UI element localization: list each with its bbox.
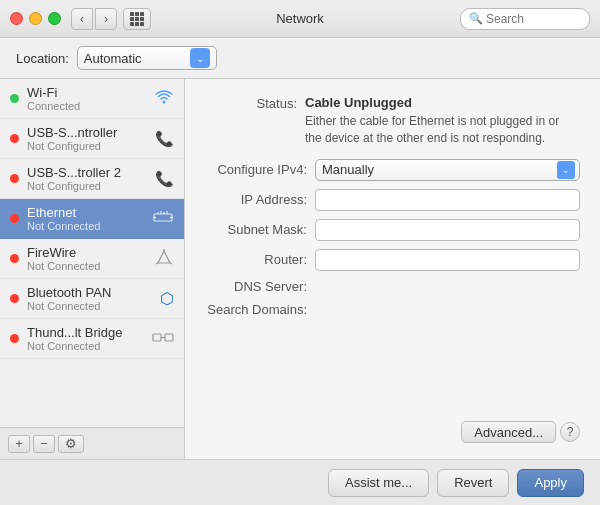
status-dot-ethernet xyxy=(10,214,19,223)
dns-row: DNS Server: xyxy=(205,279,580,294)
item-name-firewire: FireWire xyxy=(27,245,150,260)
remove-network-button[interactable]: − xyxy=(33,435,55,453)
status-desc: Either the cable for Ethernet is not plu… xyxy=(305,113,565,147)
forward-button[interactable]: › xyxy=(95,8,117,30)
search-box[interactable]: 🔍 xyxy=(460,8,590,30)
item-name-usb2: USB-S...troller 2 xyxy=(27,165,151,180)
ip-input[interactable] xyxy=(315,189,580,211)
svg-line-12 xyxy=(170,263,172,264)
settings-button[interactable]: ⚙ xyxy=(58,435,84,453)
item-status-wifi: Connected xyxy=(27,100,150,112)
sidebar-list: Wi-Fi Connected USB-S...nt xyxy=(0,79,184,427)
assist-button[interactable]: Assist me... xyxy=(328,469,429,497)
item-name-usb1: USB-S...ntroller xyxy=(27,125,151,140)
bluetooth-icon: ⬡ xyxy=(160,289,174,308)
configure-dropdown-arrow: ⌄ xyxy=(557,161,575,179)
sidebar-item-ethernet[interactable]: Ethernet Not Connected xyxy=(0,199,184,239)
apply-button[interactable]: Apply xyxy=(517,469,584,497)
search-domains-row: Search Domains: xyxy=(205,302,580,317)
search-input[interactable] xyxy=(486,12,581,26)
search-icon: 🔍 xyxy=(469,12,483,25)
dns-label: DNS Server: xyxy=(205,279,315,294)
item-name-wifi: Wi-Fi xyxy=(27,85,150,100)
ethernet-icon xyxy=(152,209,174,229)
router-row: Router: xyxy=(205,249,580,271)
status-row: Status: Cable Unplugged Either the cable… xyxy=(205,95,580,147)
thunderbolt-icon xyxy=(152,329,174,349)
configure-row: Configure IPv4: Manually ⌄ xyxy=(205,159,580,181)
item-name-thunderbolt: Thund...lt Bridge xyxy=(27,325,148,340)
close-button[interactable] xyxy=(10,12,23,25)
item-status-firewire: Not Connected xyxy=(27,260,150,272)
router-input[interactable] xyxy=(315,249,580,271)
back-button[interactable]: ‹ xyxy=(71,8,93,30)
location-label: Location: xyxy=(16,51,69,66)
status-dot-usb2 xyxy=(10,174,19,183)
svg-rect-1 xyxy=(154,214,172,221)
revert-button[interactable]: Revert xyxy=(437,469,509,497)
status-dot-bluetooth xyxy=(10,294,19,303)
help-button[interactable]: ? xyxy=(560,422,580,442)
detail-actions: Advanced... ? xyxy=(205,421,580,443)
item-name-bluetooth: Bluetooth PAN xyxy=(27,285,156,300)
subnet-input[interactable] xyxy=(315,219,580,241)
item-status-usb1: Not Configured xyxy=(27,140,151,152)
minimize-button[interactable] xyxy=(29,12,42,25)
svg-marker-10 xyxy=(158,251,170,263)
svg-point-0 xyxy=(163,100,166,103)
location-select[interactable]: Automatic ⌄ xyxy=(77,46,217,70)
svg-rect-16 xyxy=(165,334,173,341)
search-domains-label: Search Domains: xyxy=(205,302,315,317)
location-value: Automatic xyxy=(84,51,186,66)
svg-rect-14 xyxy=(153,334,161,341)
status-dot-thunderbolt xyxy=(10,334,19,343)
traffic-lights xyxy=(10,12,61,25)
location-dropdown-arrow: ⌄ xyxy=(190,48,210,68)
item-status-thunderbolt: Not Connected xyxy=(27,340,148,352)
ip-label: IP Address: xyxy=(205,192,315,207)
phone-icon-usb2: 📞 xyxy=(155,170,174,188)
status-title: Cable Unplugged xyxy=(305,95,565,110)
phone-icon-usb1: 📞 xyxy=(155,130,174,148)
bottom-bar: Assist me... Revert Apply xyxy=(0,459,600,505)
window-title: Network xyxy=(276,11,324,26)
sidebar-item-bluetooth[interactable]: Bluetooth PAN Not Connected ⬡ xyxy=(0,279,184,319)
detail-panel: Status: Cable Unplugged Either the cable… xyxy=(185,79,600,459)
advanced-button[interactable]: Advanced... xyxy=(461,421,556,443)
sidebar: Wi-Fi Connected USB-S...nt xyxy=(0,79,185,459)
sidebar-item-thunderbolt[interactable]: Thund...lt Bridge Not Connected xyxy=(0,319,184,359)
sidebar-item-wifi[interactable]: Wi-Fi Connected xyxy=(0,79,184,119)
titlebar: ‹ › Network 🔍 xyxy=(0,0,600,38)
nav-buttons: ‹ › xyxy=(71,8,117,30)
subnet-row: Subnet Mask: xyxy=(205,219,580,241)
configure-label: Configure IPv4: xyxy=(205,162,315,177)
item-status-ethernet: Not Connected xyxy=(27,220,148,232)
status-dot-usb1 xyxy=(10,134,19,143)
location-bar: Location: Automatic ⌄ xyxy=(0,38,600,79)
configure-select[interactable]: Manually ⌄ xyxy=(315,159,580,181)
grid-view-button[interactable] xyxy=(123,8,151,30)
item-name-ethernet: Ethernet xyxy=(27,205,148,220)
sidebar-item-usb2[interactable]: USB-S...troller 2 Not Configured 📞 xyxy=(0,159,184,199)
main-content: Wi-Fi Connected USB-S...nt xyxy=(0,79,600,459)
subnet-label: Subnet Mask: xyxy=(205,222,315,237)
firewire-icon xyxy=(154,249,174,268)
status-label: Status: xyxy=(205,95,305,111)
maximize-button[interactable] xyxy=(48,12,61,25)
sidebar-item-usb1[interactable]: USB-S...ntroller Not Configured 📞 xyxy=(0,119,184,159)
item-status-bluetooth: Not Connected xyxy=(27,300,156,312)
sidebar-toolbar: + − ⚙ xyxy=(0,427,184,459)
router-label: Router: xyxy=(205,252,315,267)
add-network-button[interactable]: + xyxy=(8,435,30,453)
sidebar-item-firewire[interactable]: FireWire Not Connected xyxy=(0,239,184,279)
ip-row: IP Address: xyxy=(205,189,580,211)
item-status-usb2: Not Configured xyxy=(27,180,151,192)
configure-value: Manually xyxy=(322,162,557,177)
svg-line-13 xyxy=(156,263,158,264)
status-dot-firewire xyxy=(10,254,19,263)
wifi-icon xyxy=(154,89,174,109)
status-dot-wifi xyxy=(10,94,19,103)
